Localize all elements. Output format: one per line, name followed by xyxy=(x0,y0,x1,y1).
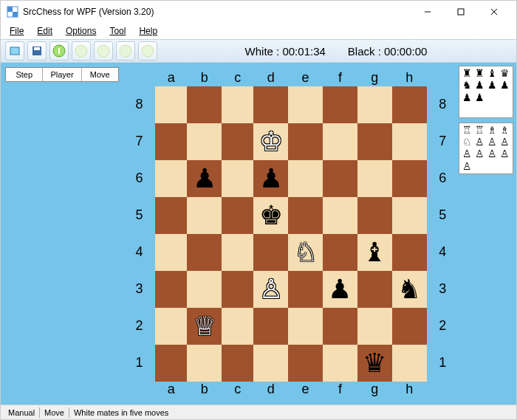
square-g2[interactable] xyxy=(357,308,392,345)
square-d2[interactable] xyxy=(253,308,288,345)
tool-load[interactable] xyxy=(5,41,24,61)
square-c8[interactable] xyxy=(222,86,253,123)
square-a1[interactable] xyxy=(155,345,187,382)
menu-edit[interactable]: Edit xyxy=(31,24,58,38)
square-f6[interactable] xyxy=(323,160,357,197)
square-d5[interactable]: ♚ xyxy=(253,197,288,234)
square-b5[interactable] xyxy=(187,197,222,234)
square-g3[interactable] xyxy=(357,271,392,308)
square-b4[interactable] xyxy=(187,234,222,271)
square-a7[interactable] xyxy=(155,123,187,160)
square-h1[interactable] xyxy=(392,345,427,382)
square-d3[interactable]: ♙ xyxy=(253,271,288,308)
square-f7[interactable] xyxy=(323,123,357,160)
square-f5[interactable] xyxy=(323,197,357,234)
square-d4[interactable] xyxy=(253,234,288,271)
col-player: Player xyxy=(43,68,81,81)
square-b8[interactable] xyxy=(187,86,222,123)
tool-save[interactable] xyxy=(27,41,47,61)
square-f4[interactable] xyxy=(323,234,357,271)
square-a3[interactable] xyxy=(155,271,187,308)
piece[interactable]: ♝ xyxy=(363,239,386,266)
menu-file[interactable]: File xyxy=(4,24,30,38)
square-a2[interactable] xyxy=(155,308,187,345)
square-d7[interactable]: ♔ xyxy=(253,123,288,160)
col-move: Move xyxy=(82,68,118,81)
piece[interactable]: ♙ xyxy=(259,276,283,303)
square-b2[interactable]: ♕ xyxy=(187,308,222,345)
piece[interactable]: ♛ xyxy=(363,350,386,376)
square-g4[interactable]: ♝ xyxy=(357,234,392,271)
square-h7[interactable] xyxy=(392,123,427,160)
square-c4[interactable] xyxy=(222,234,253,271)
square-g7[interactable] xyxy=(357,123,392,160)
square-e2[interactable] xyxy=(288,308,323,345)
menu-options[interactable]: Options xyxy=(60,24,102,38)
menu-help[interactable]: Help xyxy=(133,24,163,38)
square-c5[interactable] xyxy=(222,197,253,234)
piece[interactable]: ♟ xyxy=(193,165,216,192)
square-d6[interactable]: ♟ xyxy=(253,160,288,197)
square-d1[interactable] xyxy=(253,345,288,382)
piece[interactable]: ♟ xyxy=(259,165,283,192)
square-a5[interactable] xyxy=(155,197,187,234)
square-h5[interactable] xyxy=(392,197,427,234)
tool-play[interactable] xyxy=(138,41,157,61)
captured-piece: ♙ xyxy=(473,137,485,148)
piece[interactable]: ♟ xyxy=(328,276,352,303)
square-g5[interactable] xyxy=(357,197,392,234)
square-a8[interactable] xyxy=(155,86,187,123)
tool-undo[interactable] xyxy=(72,41,91,61)
piece[interactable]: ♔ xyxy=(259,128,283,155)
rank-label: 1 xyxy=(123,345,155,382)
square-g6[interactable] xyxy=(357,160,392,197)
tool-redo[interactable] xyxy=(94,41,113,61)
square-e1[interactable] xyxy=(288,345,323,382)
square-e3[interactable] xyxy=(288,271,323,308)
square-b1[interactable] xyxy=(187,345,222,382)
square-e7[interactable] xyxy=(288,123,323,160)
square-c3[interactable] xyxy=(222,271,253,308)
piece[interactable]: ♞ xyxy=(397,276,421,303)
square-e6[interactable] xyxy=(288,160,323,197)
square-h4[interactable] xyxy=(392,234,427,271)
square-c2[interactable] xyxy=(222,308,253,345)
close-button[interactable] xyxy=(477,1,510,22)
square-f1[interactable] xyxy=(323,345,357,382)
square-e8[interactable] xyxy=(288,86,323,123)
square-f2[interactable] xyxy=(323,308,357,345)
file-label: b xyxy=(187,382,222,398)
square-d8[interactable] xyxy=(253,86,288,123)
chess-board[interactable]: abcdefgh887♔76♟♟65♚54♘♝43♙♟♞32♕21♛1abcde… xyxy=(123,70,459,398)
minimize-button[interactable] xyxy=(411,1,444,22)
square-g8[interactable] xyxy=(357,86,392,123)
maximize-button[interactable] xyxy=(444,1,477,22)
square-b7[interactable] xyxy=(187,123,222,160)
tool-hint[interactable] xyxy=(49,41,69,61)
square-b6[interactable]: ♟ xyxy=(187,160,222,197)
square-c7[interactable] xyxy=(222,123,253,160)
piece[interactable]: ♚ xyxy=(259,202,283,229)
square-a6[interactable] xyxy=(155,160,187,197)
square-g1[interactable]: ♛ xyxy=(357,345,392,382)
square-h8[interactable] xyxy=(392,86,427,123)
file-label: b xyxy=(187,70,222,86)
captured-piece: ♗ xyxy=(499,125,511,136)
square-e5[interactable] xyxy=(288,197,323,234)
square-b3[interactable] xyxy=(187,271,222,308)
square-c6[interactable] xyxy=(222,160,253,197)
square-h6[interactable] xyxy=(392,160,427,197)
rank-label: 4 xyxy=(427,234,459,271)
square-e4[interactable]: ♘ xyxy=(288,234,323,271)
piece[interactable]: ♘ xyxy=(294,239,318,266)
file-label: e xyxy=(288,70,323,86)
menu-tool[interactable]: Tool xyxy=(103,24,131,38)
square-h3[interactable]: ♞ xyxy=(392,271,427,308)
tool-stop[interactable] xyxy=(116,41,135,61)
piece[interactable]: ♕ xyxy=(193,313,216,340)
square-f3[interactable]: ♟ xyxy=(323,271,357,308)
square-h2[interactable] xyxy=(392,308,427,345)
square-a4[interactable] xyxy=(155,234,187,271)
square-c1[interactable] xyxy=(222,345,253,382)
square-f8[interactable] xyxy=(323,86,357,123)
